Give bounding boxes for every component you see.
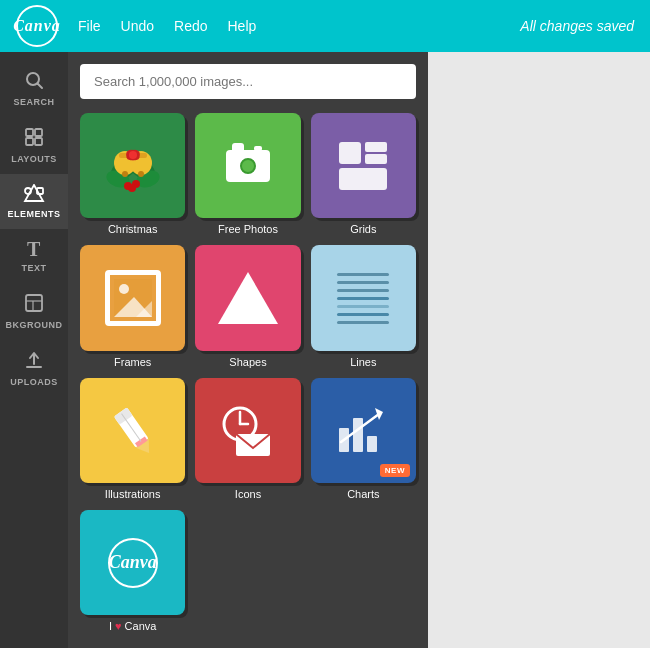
canva-logo[interactable]: Canva	[16, 5, 58, 47]
svg-line-1	[38, 84, 43, 89]
frames-thumb	[80, 245, 185, 350]
uploads-icon	[24, 350, 44, 373]
shapes-thumb	[195, 245, 300, 350]
sidebar-item-background[interactable]: BKGROUND	[0, 283, 68, 340]
icons-thumb	[195, 378, 300, 483]
list-item[interactable]: NEW Charts	[311, 378, 416, 500]
charts-label: Charts	[347, 488, 379, 500]
list-item[interactable]: Christmas	[80, 113, 185, 235]
illustrations-thumb	[80, 378, 185, 483]
search-icon	[24, 70, 44, 93]
sidebar-search-label: SEARCH	[13, 97, 54, 107]
svg-rect-4	[26, 138, 33, 145]
background-icon	[24, 293, 44, 316]
shapes-label: Shapes	[229, 356, 266, 368]
icanva-label: I ♥ Canva	[109, 620, 157, 632]
elements-icon	[23, 184, 45, 205]
sidebar-text-label: TEXT	[21, 263, 46, 273]
svg-rect-48	[367, 436, 377, 452]
charts-thumb: NEW	[311, 378, 416, 483]
svg-point-22	[138, 171, 144, 177]
sidebar-item-uploads[interactable]: UPLOADS	[0, 340, 68, 397]
new-badge: NEW	[380, 464, 410, 477]
header-nav: File Undo Redo Help	[78, 18, 500, 34]
svg-rect-3	[35, 129, 42, 136]
icons-label: Icons	[235, 488, 261, 500]
svg-point-25	[129, 151, 137, 159]
header: Canva File Undo Redo Help All changes sa…	[0, 0, 650, 52]
lines-label: Lines	[350, 356, 376, 368]
freephotos-label: Free Photos	[218, 223, 278, 235]
help-menu[interactable]: Help	[228, 18, 257, 34]
list-item[interactable]: Lines	[311, 245, 416, 367]
undo-button[interactable]: Undo	[121, 18, 154, 34]
svg-marker-50	[375, 408, 383, 420]
grids-thumb	[311, 113, 416, 218]
sidebar-item-text[interactable]: T TEXT	[0, 229, 68, 283]
svg-point-7	[25, 188, 31, 194]
list-item[interactable]: Free Photos	[195, 113, 300, 235]
text-icon: T	[27, 239, 41, 259]
svg-rect-30	[365, 142, 387, 152]
list-item[interactable]: Illustrations	[80, 378, 185, 500]
search-input[interactable]	[80, 64, 416, 99]
list-item[interactable]: Canva I ♥ Canva	[80, 510, 185, 632]
svg-rect-2	[26, 129, 33, 136]
svg-point-34	[119, 284, 129, 294]
main-area: SEARCH LAYOUTS ELEMENTS	[0, 52, 650, 648]
christmas-thumb	[80, 113, 185, 218]
save-status: All changes saved	[520, 18, 634, 34]
sidebar-layouts-label: LAYOUTS	[11, 154, 57, 164]
svg-rect-9	[26, 295, 42, 311]
svg-rect-47	[353, 418, 363, 452]
redo-button[interactable]: Redo	[174, 18, 207, 34]
svg-rect-29	[339, 142, 361, 164]
svg-rect-31	[365, 154, 387, 164]
file-menu[interactable]: File	[78, 18, 101, 34]
list-item[interactable]: Icons	[195, 378, 300, 500]
elements-panel: Christmas Free Photos	[68, 52, 428, 648]
list-item[interactable]: Grids	[311, 113, 416, 235]
canvas-area	[428, 52, 650, 648]
elements-grid: Christmas Free Photos	[80, 113, 416, 632]
svg-rect-5	[35, 138, 42, 145]
lines-thumb	[311, 245, 416, 350]
svg-rect-32	[339, 168, 387, 190]
layouts-icon	[24, 127, 44, 150]
svg-point-21	[122, 171, 128, 177]
grids-label: Grids	[350, 223, 376, 235]
sidebar-item-layouts[interactable]: LAYOUTS	[0, 117, 68, 174]
sidebar: SEARCH LAYOUTS ELEMENTS	[0, 52, 68, 648]
sidebar-item-elements[interactable]: ELEMENTS	[0, 174, 68, 229]
svg-point-28	[128, 184, 136, 192]
illustrations-label: Illustrations	[105, 488, 161, 500]
freephotos-thumb	[195, 113, 300, 218]
sidebar-elements-label: ELEMENTS	[7, 209, 60, 219]
frames-label: Frames	[114, 356, 151, 368]
sidebar-item-search[interactable]: SEARCH	[0, 60, 68, 117]
list-item[interactable]: Shapes	[195, 245, 300, 367]
sidebar-uploads-label: UPLOADS	[10, 377, 58, 387]
canva-thumb: Canva	[80, 510, 185, 615]
list-item[interactable]: Frames	[80, 245, 185, 367]
christmas-label: Christmas	[108, 223, 158, 235]
sidebar-background-label: BKGROUND	[6, 320, 63, 330]
